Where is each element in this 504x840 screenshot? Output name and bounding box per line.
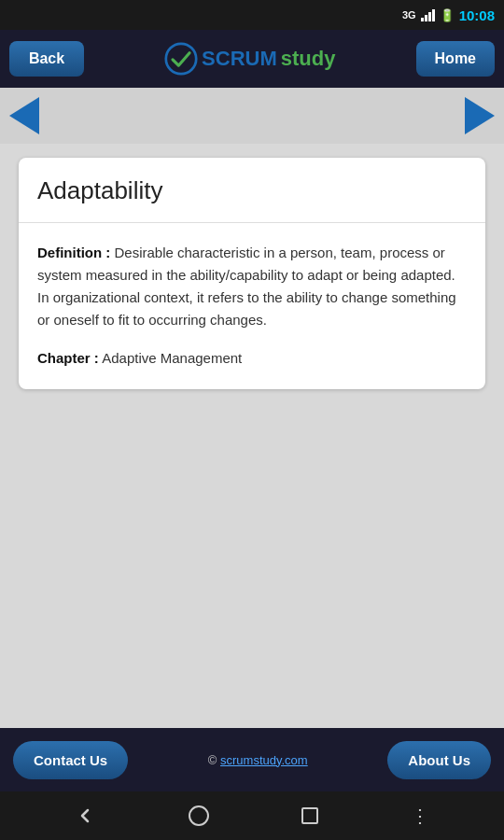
logo-study-text: study: [281, 47, 336, 71]
prev-arrow-button[interactable]: [9, 97, 39, 134]
bottom-nav-bar: ⋮: [0, 791, 504, 840]
contact-us-button[interactable]: Contact Us: [13, 741, 128, 779]
back-button[interactable]: Back: [9, 41, 84, 77]
more-nav-icon[interactable]: ⋮: [411, 805, 430, 827]
recents-square-icon: [301, 807, 318, 824]
time-display: 10:08: [459, 7, 495, 23]
battery-icon: 🔋: [440, 8, 455, 22]
logo-scrum-text: SCRUM: [202, 47, 277, 71]
about-us-button[interactable]: About Us: [387, 741, 491, 779]
definition-paragraph: Definition : Desirable characteristic in…: [37, 242, 467, 331]
arrow-navigation-row: [0, 88, 504, 144]
card-title-section: Adaptability: [19, 158, 485, 223]
chapter-paragraph: Chapter : Adaptive Management: [37, 350, 467, 366]
next-arrow-button[interactable]: [465, 97, 495, 134]
definition-card: Adaptability Definition : Desirable char…: [19, 158, 485, 389]
status-bar: 3G 🔋 10:08: [0, 0, 504, 30]
recents-nav-icon[interactable]: [301, 807, 318, 824]
home-button[interactable]: Home: [416, 41, 495, 77]
footer: Contact Us © scrumstudy.com About Us: [0, 728, 504, 791]
signal-indicator: 3G: [402, 9, 416, 21]
chapter-label: Chapter :: [37, 350, 99, 366]
copyright-symbol: ©: [208, 753, 220, 767]
back-nav-icon[interactable]: [74, 805, 96, 827]
term-title: Adaptability: [37, 176, 467, 205]
logo-icon: [164, 42, 198, 76]
nav-bar: Back SCRUM study Home: [0, 30, 504, 88]
definition-label: Definition :: [37, 245, 110, 260]
card-body: Definition : Desirable characteristic in…: [19, 223, 485, 389]
home-circle-icon: [189, 805, 209, 826]
signal-bars: [421, 9, 435, 21]
right-arrow-icon: [465, 97, 495, 134]
footer-link[interactable]: scrumstudy.com: [220, 753, 308, 767]
home-nav-icon[interactable]: [189, 805, 209, 826]
svg-point-0: [166, 44, 196, 74]
left-arrow-icon: [9, 97, 39, 134]
chapter-value: Adaptive Management: [102, 350, 242, 366]
logo: SCRUM study: [164, 42, 335, 76]
footer-copyright: © scrumstudy.com: [208, 753, 308, 767]
main-content: Adaptability Definition : Desirable char…: [0, 144, 504, 728]
